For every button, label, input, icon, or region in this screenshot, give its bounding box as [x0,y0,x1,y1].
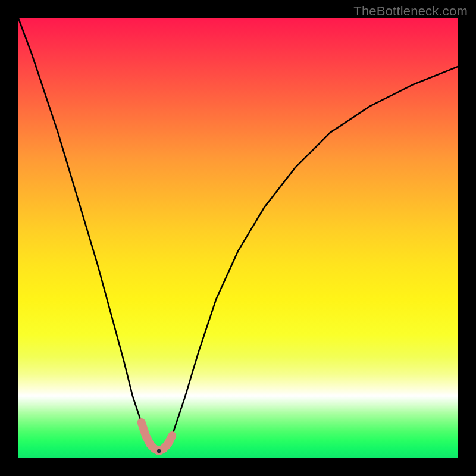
watermark-label: TheBottleneck.com [353,4,468,19]
highlight-min-dot [157,449,161,453]
bottleneck-curve [18,18,458,451]
bottleneck-curve-svg [18,18,458,458]
chart-frame: TheBottleneck.com [0,0,476,476]
highlight-band [142,422,173,451]
plot-area [18,18,458,458]
